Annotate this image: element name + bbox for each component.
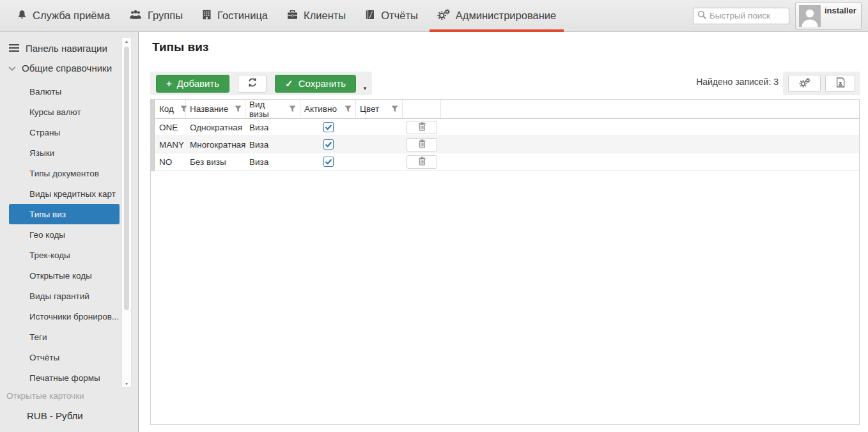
column-header-active[interactable]: Активно (300, 100, 356, 118)
sidebar-item-currencies[interactable]: Валюты (9, 81, 120, 102)
book-icon (365, 10, 375, 22)
toolbar-overflow-caret[interactable]: ▼ (362, 86, 368, 91)
nav-item-hotel[interactable]: Гостиница (192, 0, 277, 31)
scrollbar-thumb[interactable] (124, 47, 129, 310)
add-button-label: Добавить (177, 78, 219, 89)
cell-code[interactable]: NO (155, 153, 186, 170)
cell-actions (403, 136, 441, 153)
sidebar-item-booking-sources[interactable]: Источники брониров... (9, 306, 120, 327)
sidebar-item-guarantee-types[interactable]: Виды гарантий (9, 286, 120, 306)
sidebar-item-reports[interactable]: Отчёты (9, 347, 120, 367)
sidebar-item-countries[interactable]: Страны (9, 122, 120, 143)
chevron-down-icon (8, 63, 16, 73)
sidebar-item-track-codes[interactable]: Трек-коды (9, 245, 120, 265)
sidebar-item-tags[interactable]: Теги (9, 327, 120, 347)
trash-icon (418, 122, 426, 133)
avatar (799, 5, 821, 27)
delete-button[interactable] (407, 138, 437, 151)
user-panel[interactable]: installer (795, 2, 862, 30)
cell-actions (403, 153, 441, 170)
scroll-down-arrow[interactable]: ▼ (122, 382, 131, 386)
grid-settings-button[interactable] (788, 75, 821, 92)
nav-item-reports[interactable]: Отчёты (355, 0, 428, 31)
records-found-label: Найдено записей: 3 (696, 77, 779, 87)
sidebar-item-open-codes[interactable]: Открытые коды (9, 265, 120, 286)
filter-icon[interactable] (391, 105, 398, 112)
sidebar-item-languages[interactable]: Языки (9, 143, 120, 163)
sidebar-group-label: Общие справочники (22, 63, 112, 73)
svg-text:x: x (839, 80, 842, 86)
grid-row-handle-column (151, 100, 155, 171)
active-checkbox[interactable] (323, 139, 334, 150)
table-row[interactable]: ONE Однократная Виза (155, 119, 859, 136)
scroll-up-arrow[interactable]: ▲ (122, 39, 131, 43)
column-header-code[interactable]: Код (155, 100, 186, 118)
cell-code[interactable]: ONE (155, 119, 186, 135)
users-icon (129, 10, 142, 22)
cell-active (300, 136, 356, 153)
active-checkbox[interactable] (323, 122, 334, 132)
table-row[interactable]: NO Без визы Виза (155, 153, 859, 171)
cell-color[interactable] (356, 136, 403, 153)
sidebar-item-geo-codes[interactable]: Гео коды (9, 224, 120, 245)
cell-name[interactable]: Без визы (186, 153, 245, 170)
sidebar-scrollbar[interactable]: ▲ ▼ (121, 37, 132, 388)
nav-item-clients[interactable]: Клиенты (277, 0, 355, 31)
cell-code[interactable]: MANY (155, 136, 186, 153)
toolbar: + Добавить ✓ Сохранить (150, 72, 372, 95)
cell-active (300, 153, 356, 170)
trash-icon (418, 157, 426, 167)
sidebar-items: Валюты Курсы валют Страны Языки Типы док… (0, 81, 138, 388)
open-card-rub[interactable]: RUB - Рубли (27, 410, 83, 421)
delete-button[interactable] (407, 155, 437, 169)
cell-visa-kind[interactable]: Виза (245, 136, 300, 153)
filter-icon[interactable] (345, 105, 352, 112)
nav-item-label: Группы (148, 10, 183, 22)
export-excel-button[interactable]: x (825, 75, 855, 92)
cell-color[interactable] (356, 153, 403, 170)
hamburger-icon (9, 43, 19, 54)
quick-search (693, 8, 789, 24)
add-button[interactable]: + Добавить (156, 75, 229, 93)
active-checkbox[interactable] (323, 157, 334, 167)
column-header-visa-kind[interactable]: Вид визы (245, 100, 300, 118)
sidebar-item-visa-types[interactable]: Типы виз (9, 204, 120, 224)
refresh-button[interactable] (238, 75, 267, 93)
cell-name[interactable]: Однократная (186, 119, 245, 135)
main-content: Типы виз + Добавить ✓ Сохранить ▼ Найден… (139, 32, 868, 432)
sidebar-nav-panel-toggle[interactable]: Панель навигации (9, 43, 107, 54)
sidebar-item-credit-card-types[interactable]: Виды кредитных карт (9, 183, 120, 204)
refresh-icon (247, 77, 258, 89)
sidebar-item-currency-rates[interactable]: Курсы валют (9, 102, 120, 122)
page-title: Типы виз (152, 40, 208, 54)
open-cards-section-label: Открытые карточки (6, 391, 84, 401)
gears-icon (437, 9, 450, 22)
trash-icon (418, 139, 426, 150)
search-input[interactable] (709, 11, 785, 20)
column-header-filler (441, 100, 859, 118)
nav-item-administration[interactable]: Администрирование (428, 0, 566, 31)
sidebar-item-print-forms[interactable]: Печатные формы (9, 367, 120, 388)
column-header-name[interactable]: Название (186, 100, 245, 118)
table-row[interactable]: MANY Многократная Виза (155, 136, 859, 153)
top-navigation-bar: Служба приёма Группы Гостиница Клиенты О… (0, 0, 868, 32)
user-name: installer (825, 6, 856, 15)
cell-visa-kind[interactable]: Виза (245, 119, 300, 135)
delete-button[interactable] (407, 121, 437, 134)
bell-icon (17, 10, 27, 22)
nav-item-groups[interactable]: Группы (120, 0, 192, 31)
gears-icon (799, 78, 810, 89)
filter-icon[interactable] (235, 105, 242, 112)
save-button[interactable]: ✓ Сохранить (275, 75, 356, 93)
sidebar-item-document-types[interactable]: Типы документов (9, 163, 120, 183)
filter-icon[interactable] (289, 105, 296, 112)
excel-export-icon: x (836, 77, 845, 89)
sidebar-group-general-directories[interactable]: Общие справочники (8, 63, 112, 73)
column-header-color[interactable]: Цвет (356, 100, 403, 118)
plus-icon: + (166, 78, 172, 89)
save-button-label: Сохранить (298, 78, 346, 89)
cell-name[interactable]: Многократная (186, 136, 245, 153)
cell-visa-kind[interactable]: Виза (245, 153, 300, 170)
cell-color[interactable] (356, 119, 403, 135)
nav-item-reception[interactable]: Служба приёма (8, 0, 120, 31)
